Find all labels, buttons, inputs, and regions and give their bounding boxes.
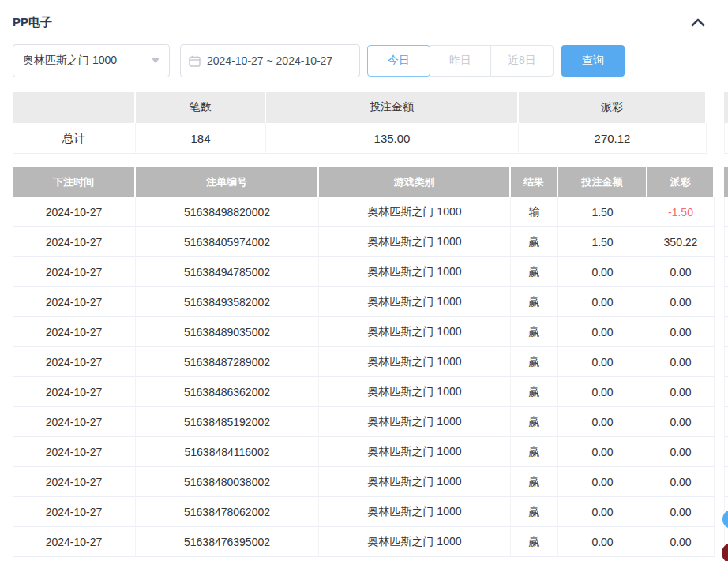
- table-row: 2024-10-2751638485192002奥林匹斯之门 1000赢0.00…: [13, 407, 728, 437]
- table-cell: 0.00: [558, 497, 647, 527]
- panel-title: PP电子: [13, 15, 52, 30]
- table-cell: 奥林匹斯之门 1000: [319, 227, 511, 257]
- summary-table-wrap: 笔数投注金额派彩 总计184135.00270.12: [13, 92, 728, 154]
- table-cell: 51638489035002: [136, 317, 319, 347]
- table-cell: 51638485192002: [136, 407, 319, 437]
- clipped-cell: [724, 257, 728, 287]
- column-header: 下注时间: [13, 167, 136, 197]
- clipped-cell: [724, 123, 728, 154]
- table-cell: 0.00: [558, 407, 647, 437]
- row-spacer: [715, 227, 724, 257]
- table-cell: 奥林匹斯之门 1000: [319, 527, 511, 557]
- row-spacer: [707, 123, 724, 154]
- table-cell: 51638494785002: [136, 257, 319, 287]
- table-cell: 51638487289002: [136, 347, 319, 377]
- row-spacer: [715, 377, 724, 407]
- table-cell: 0.00: [558, 467, 647, 497]
- table-cell: 2024-10-27: [13, 227, 136, 257]
- filters-bar: 奥林匹斯之门 1000 2024-10-27 ~ 2024-10-27 今日 昨…: [13, 44, 728, 77]
- table-cell: 2024-10-27: [13, 497, 136, 527]
- column-header: 投注金额: [266, 92, 519, 123]
- row-spacer: [715, 287, 724, 317]
- table-cell: 0.00: [558, 347, 647, 377]
- table-cell: 0.00: [558, 287, 647, 317]
- table-row: 2024-10-2751638498820002奥林匹斯之门 1000输1.50…: [13, 197, 728, 227]
- quick-btn-yesterday[interactable]: 昨日: [430, 45, 491, 77]
- table-cell: 0.00: [647, 527, 715, 557]
- column-header: [13, 92, 136, 123]
- column-header: 注单编号: [136, 167, 319, 197]
- table-cell: 51638493582002: [136, 287, 319, 317]
- table-cell: 奥林匹斯之门 1000: [319, 347, 511, 377]
- table-cell: 2024-10-27: [13, 527, 136, 557]
- table-cell: 奥林匹斯之门 1000: [319, 197, 511, 227]
- quick-btn-today[interactable]: 今日: [367, 45, 430, 77]
- table-cell: 总计: [13, 123, 136, 154]
- column-header: 派彩: [647, 167, 715, 197]
- table-cell: 0.00: [647, 347, 715, 377]
- table-cell: 奥林匹斯之门 1000: [319, 377, 511, 407]
- table-row: 2024-10-2751638405974002奥林匹斯之门 1000赢1.50…: [13, 227, 728, 257]
- table-cell: 51638498820002: [136, 197, 319, 227]
- row-spacer: [715, 407, 724, 437]
- table-cell: 2024-10-27: [13, 407, 136, 437]
- quick-range-group: 今日 昨日 近8日: [367, 45, 554, 77]
- table-cell: 奥林匹斯之门 1000: [319, 467, 511, 497]
- collapse-button[interactable]: [684, 13, 712, 31]
- table-cell: 奥林匹斯之门 1000: [319, 317, 511, 347]
- clipped-cell: [724, 437, 728, 467]
- table-cell: 赢: [511, 257, 558, 287]
- query-button[interactable]: 查询: [561, 45, 625, 77]
- quick-btn-last8days[interactable]: 近8日: [490, 45, 554, 77]
- game-select-value: 奥林匹斯之门 1000: [23, 54, 147, 68]
- table-cell: 2024-10-27: [13, 347, 136, 377]
- column-header: 笔数: [136, 92, 266, 123]
- table-cell: 赢: [511, 527, 558, 557]
- table-row: 2024-10-2751638494785002奥林匹斯之门 1000赢0.00…: [13, 257, 728, 287]
- column-header: 投注金额: [558, 167, 647, 197]
- table-row: 2024-10-2751638486362002奥林匹斯之门 1000赢0.00…: [13, 377, 728, 407]
- table-cell: 1.50: [558, 197, 647, 227]
- table-cell: 0.00: [647, 497, 715, 527]
- table-cell: 51638478062002: [136, 497, 319, 527]
- row-spacer: [715, 197, 724, 227]
- table-cell: 2024-10-27: [13, 437, 136, 467]
- row-spacer: [715, 347, 724, 377]
- table-cell: 0.00: [647, 257, 715, 287]
- table-cell: 2024-10-27: [13, 197, 136, 227]
- records-table: 下注时间注单编号游戏类别结果投注金额派彩 2024-10-27516384988…: [13, 167, 728, 557]
- table-cell: 2024-10-27: [13, 317, 136, 347]
- table-cell: 51638476395002: [136, 527, 319, 557]
- game-select[interactable]: 奥林匹斯之门 1000: [13, 44, 170, 77]
- table-cell: 奥林匹斯之门 1000: [319, 407, 511, 437]
- row-spacer: [715, 437, 724, 467]
- panel-header: PP电子: [0, 0, 728, 32]
- records-table-wrap: 下注时间注单编号游戏类别结果投注金额派彩 2024-10-27516384988…: [13, 167, 728, 557]
- table-cell: 赢: [511, 437, 558, 467]
- table-cell: 赢: [511, 227, 558, 257]
- table-row: 2024-10-2751638476395002奥林匹斯之门 1000赢0.00…: [13, 527, 728, 557]
- row-spacer: [715, 257, 724, 287]
- column-header: 派彩: [519, 92, 707, 123]
- table-cell: 赢: [511, 497, 558, 527]
- clipped-cell: [724, 227, 728, 257]
- table-cell: 2024-10-27: [13, 377, 136, 407]
- table-cell: -1.50: [647, 197, 715, 227]
- date-range-picker[interactable]: 2024-10-27 ~ 2024-10-27: [180, 44, 360, 77]
- table-row: 总计184135.00270.12: [13, 123, 728, 154]
- table-row: 2024-10-2751638493582002奥林匹斯之门 1000赢0.00…: [13, 287, 728, 317]
- table-cell: 0.00: [558, 527, 647, 557]
- table-cell: 135.00: [266, 123, 519, 154]
- table-cell: 奥林匹斯之门 1000: [319, 287, 511, 317]
- table-cell: 赢: [511, 407, 558, 437]
- table-cell: 184: [136, 123, 266, 154]
- table-cell: 奥林匹斯之门 1000: [319, 437, 511, 467]
- table-cell: 2024-10-27: [13, 287, 136, 317]
- clipped-cell: [724, 317, 728, 347]
- calendar-icon: [189, 55, 201, 67]
- clipped-column-header: [724, 167, 728, 197]
- table-cell: 350.22: [647, 227, 715, 257]
- table-cell: 输: [511, 197, 558, 227]
- table-cell: 赢: [511, 287, 558, 317]
- table-cell: 赢: [511, 317, 558, 347]
